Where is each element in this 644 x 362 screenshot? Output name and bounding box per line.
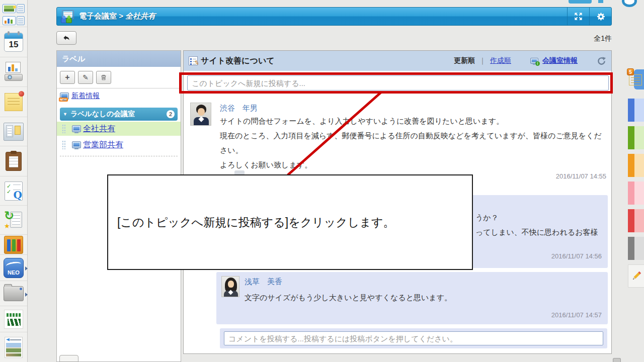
room-link-zensha[interactable]: 全社共有	[83, 124, 115, 134]
cabinet-icon[interactable]	[0, 234, 27, 254]
post-body: サイトの問合せフォームを、より入力しやすいように改善を図りたいと思います。 現在…	[220, 114, 608, 172]
sticky-chip-pink[interactable]	[628, 182, 644, 205]
page-top-partial-button	[613, 358, 621, 362]
folder-icon[interactable]	[0, 281, 27, 306]
screen: 15	[0, 0, 644, 362]
trash-icon	[100, 74, 107, 81]
neo-label: NEO	[4, 269, 23, 276]
sticky-chip-green[interactable]	[628, 126, 644, 149]
top-partial-circle-icon	[622, 0, 637, 7]
instruction-callout: [このトピックへ新規に投稿する]をクリックします。	[107, 174, 473, 270]
post-line: サイトの問合せフォームを、より入力しやすいように改善を図りたいと思います。	[220, 114, 608, 128]
sidebar-item-room-zensha[interactable]: 全社共有	[57, 122, 181, 136]
page-header: 電子会議室 > 全社共有	[56, 7, 612, 26]
comment-bubble-icon	[234, 170, 245, 174]
edit-label-button[interactable]: ✎	[78, 71, 93, 84]
label-toolbar: + ✎	[57, 67, 181, 88]
breadcrumb-separator: >	[119, 12, 123, 20]
memo-icon[interactable]	[0, 86, 27, 117]
app-sidebar: 15	[0, 0, 28, 362]
comment1-timestamp: 2016/11/07 14:56	[551, 252, 602, 260]
calendar-day-number: 15	[5, 40, 23, 50]
survey-icon[interactable]: ✓✓ Q	[0, 176, 27, 205]
sticky-chip-blue[interactable]	[628, 99, 644, 122]
sort-created-link[interactable]: 作成順	[490, 56, 511, 65]
new-badge: NEW	[59, 98, 68, 102]
portal-icon[interactable]	[0, 0, 27, 27]
comment1-fragment: ってしまい、不快に思われるお客様	[475, 225, 598, 239]
memo-shortcut-icon[interactable]: 5	[627, 68, 644, 92]
app-title: 電子会議室	[79, 12, 117, 20]
workflow-icon[interactable]: ↻ ★	[0, 205, 27, 234]
sticky-chip-red[interactable]	[628, 209, 644, 232]
room-title: 全社共有	[125, 12, 155, 20]
sort-updated[interactable]: 更新順	[454, 56, 475, 65]
add-label-button[interactable]: +	[60, 71, 75, 84]
label-group-count-badge: 2	[167, 110, 175, 118]
panel-bottom-partial-button	[59, 355, 78, 362]
drag-handle-icon[interactable]	[62, 124, 66, 133]
tree-divider	[60, 156, 178, 156]
new-info-link[interactable]: 新着情報	[71, 92, 100, 101]
avatar-shibuya	[190, 103, 211, 126]
monitor-new-icon: NEW	[60, 93, 69, 100]
drag-handle-icon[interactable]	[62, 140, 66, 149]
calendar-icon[interactable]: 15	[0, 27, 27, 57]
banner-icon[interactable]	[0, 332, 27, 362]
monitor-icon	[72, 141, 81, 148]
presentation-icon[interactable]	[0, 57, 27, 86]
topic-icon: ✎	[189, 56, 198, 65]
room-info-icon: !	[530, 58, 538, 64]
comment2-text: 文字のサイズがもう少し大きいと見やすくなると思います。	[245, 290, 452, 305]
label-group-header[interactable]: ▼ ラベルなしの会議室 2	[60, 108, 178, 121]
top-partial-button	[569, 0, 592, 4]
room-link-eigyo[interactable]: 営業部共有	[83, 140, 123, 150]
monitor-icon	[72, 125, 81, 132]
draw-pencil-tool[interactable]	[628, 264, 644, 288]
label-panel-title: ラベル	[57, 51, 181, 67]
plus-icon: +	[65, 73, 69, 82]
neo-icon[interactable]: NEO	[0, 254, 27, 281]
pencil-icon: ✎	[83, 73, 89, 81]
delete-label-button[interactable]	[96, 71, 111, 84]
chevron-down-icon: ▼	[63, 112, 67, 117]
comment1-fragment: うか？	[475, 210, 499, 225]
maker-logo-icon[interactable]	[0, 306, 27, 332]
memo-count-badge: 5	[627, 68, 634, 75]
post-timestamp: 2016/11/07 14:55	[523, 172, 606, 180]
conference-room-app-icon	[61, 10, 75, 23]
top-partial-fragment	[598, 0, 603, 3]
report-icon[interactable]	[0, 146, 27, 176]
sort-separator: ｜	[479, 56, 486, 65]
post-author-link[interactable]: 渋谷 年男	[220, 104, 258, 113]
comment-input-container	[220, 328, 607, 348]
post-line: よろしくお願い致します。	[220, 157, 608, 172]
refresh-icon[interactable]	[597, 56, 606, 66]
sticky-chip-gray[interactable]	[628, 237, 644, 260]
sidebar-item-new-info[interactable]: NEW 新着情報	[57, 88, 181, 104]
label-group-name: ラベルなしの会議室	[70, 110, 135, 119]
topic-title: サイト改善について	[201, 56, 275, 66]
topic-controls: 更新順 ｜ 作成順 ! 会議室情報	[454, 56, 606, 66]
breadcrumb: 電子会議室 > 全社共有	[79, 12, 155, 21]
comment2-author-link[interactable]: 浅草 美香	[245, 277, 282, 287]
fullscreen-button[interactable]	[567, 8, 589, 25]
new-post-input[interactable]	[187, 75, 609, 90]
back-arrow-icon	[62, 34, 70, 42]
comment-box-2: 浅草 美香 文字のサイズがもう少し大きいと見やすくなると思います。 2016/1…	[216, 272, 608, 324]
gear-icon	[596, 12, 606, 22]
back-button[interactable]	[56, 31, 76, 45]
sticky-chip-orange[interactable]	[628, 154, 644, 177]
fullscreen-icon	[574, 12, 583, 21]
pencil-tool-icon	[631, 270, 642, 282]
comment2-timestamp: 2016/11/07 14:57	[551, 311, 602, 319]
settings-button[interactable]	[589, 8, 611, 25]
sidebar-item-room-eigyo[interactable]: 営業部共有	[57, 138, 181, 152]
topic-header: ✎ サイト改善について 更新順 ｜ 作成順 ! 会議室情報	[184, 51, 611, 71]
post-line: 現在のところ、入力項目を減らす、郵便番号による住所の自動反映などを考えていますが…	[220, 128, 608, 157]
comment-input[interactable]	[224, 331, 603, 345]
total-count: 全1件	[594, 34, 612, 43]
avatar-asakusa	[221, 276, 239, 297]
room-info-link[interactable]: 会議室情報	[542, 56, 578, 65]
bulletin-board-icon[interactable]	[0, 117, 27, 146]
